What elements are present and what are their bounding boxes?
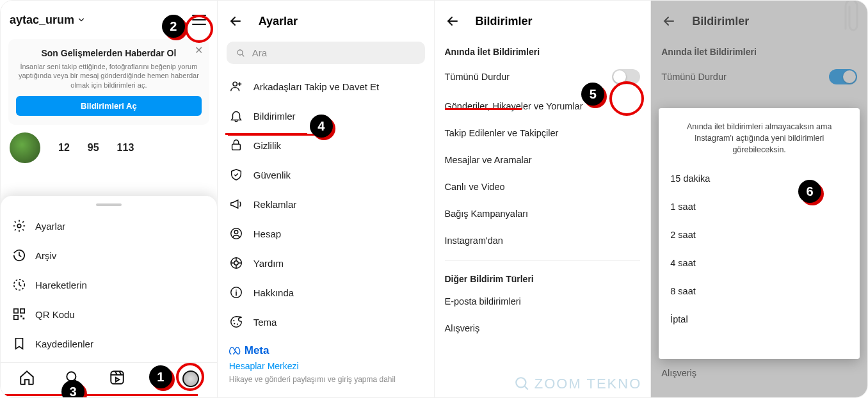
svg-rect-2: [14, 309, 18, 313]
sheet-item-kaydedilenler[interactable]: Kaydedilenler: [1, 329, 217, 358]
settings-item-yardim[interactable]: Yardım: [218, 248, 434, 278]
help-icon: [229, 256, 243, 270]
panel-pause-duration: Bildirimler Anında İlet Bildirimleri Tüm…: [651, 1, 867, 397]
row-tumunu-durdur[interactable]: Tümünü Durdur: [445, 61, 641, 93]
settings-label: Tema: [253, 317, 277, 328]
profile-stats: 12 95 113: [1, 129, 217, 163]
sheet-item-qrkodu[interactable]: QR Kodu: [1, 299, 217, 329]
settings-label: Yardım: [253, 258, 284, 269]
settings-item-takip[interactable]: Arkadaşları Takip ve Davet Et: [218, 72, 434, 101]
lock-icon: [229, 138, 243, 152]
chevron-down-icon: [77, 15, 86, 24]
option-iptal[interactable]: İptal: [659, 305, 860, 333]
card-title: Son Gelişmelerden Haberdar Ol: [16, 48, 202, 58]
section-header-other: Diğer Bildirim Türleri: [445, 267, 641, 288]
back-arrow-icon[interactable]: [445, 13, 460, 29]
settings-label: Arkadaşları Takip ve Davet Et: [253, 81, 379, 92]
search-placeholder: Ara: [252, 47, 267, 58]
activity-icon: [12, 278, 26, 292]
archive-icon: [12, 248, 26, 262]
row-label: Alışveriş: [445, 323, 480, 333]
highlight-circle: [176, 363, 204, 391]
bookmark-icon: [12, 337, 26, 351]
step-badge-5: 5: [581, 83, 604, 106]
svg-point-19: [236, 324, 237, 325]
accounts-center-link[interactable]: Hesaplar Merkezi: [229, 361, 422, 371]
row-canli[interactable]: Canlı ve Video: [445, 173, 641, 200]
row-label: E-posta bildirimleri: [445, 296, 521, 306]
tab-home[interactable]: [19, 369, 35, 388]
megaphone-icon: [229, 197, 243, 211]
row-mesajlar[interactable]: Mesajlar ve Aramalar: [445, 147, 641, 173]
settings-label: Hakkında: [253, 287, 294, 298]
search-input[interactable]: Ara: [227, 42, 425, 64]
settings-item-guvenlik[interactable]: Güvenlik: [218, 160, 434, 189]
row-instagramdan[interactable]: Instagram'dan: [445, 227, 641, 254]
settings-item-tema[interactable]: Tema: [218, 307, 434, 337]
panel-settings: Ayarlar Ara Arkadaşları Takip ve Davet E…: [218, 1, 435, 397]
duration-modal: Anında ilet bildirimleri almayacaksın am…: [659, 108, 860, 359]
option-15dakika[interactable]: 15 dakika: [659, 164, 860, 193]
row-bagis[interactable]: Bağış Kampanyaları: [445, 200, 641, 227]
meta-section: Meta Hesaplar Merkezi Hikaye ve gönderi …: [218, 337, 434, 385]
settings-item-hesap[interactable]: Hesap: [218, 219, 434, 248]
row-label: Mesajlar ve Aramalar: [445, 155, 532, 165]
theme-icon: [229, 315, 243, 329]
card-subtitle: İnsanlar seni takip ettiğinde, fotoğrafl…: [16, 62, 202, 90]
sheet-label: QR Kodu: [35, 309, 75, 320]
paperclip-icon: [839, 1, 858, 35]
username-dropdown[interactable]: aytac_urum: [10, 13, 86, 27]
sheet-label: Hareketlerin: [35, 280, 87, 291]
option-8saat[interactable]: 8 saat: [659, 277, 860, 305]
info-icon: [229, 285, 243, 299]
svg-rect-4: [14, 315, 18, 319]
option-4saat[interactable]: 4 saat: [659, 249, 860, 277]
bottom-sheet: Ayarlar 3 Arşiv Hareketlerin QR Kodu Kay…: [1, 196, 217, 397]
stat-followers[interactable]: 95: [88, 142, 99, 154]
search-icon: [236, 48, 246, 58]
svg-point-10: [233, 82, 237, 86]
stat-following[interactable]: 113: [117, 142, 134, 154]
close-icon[interactable]: ✕: [195, 44, 203, 56]
watermark: ZOOM TEKNO: [514, 376, 642, 392]
reels-icon: [109, 369, 125, 386]
highlight-underline: [445, 108, 522, 110]
home-icon: [19, 369, 35, 386]
row-label: Bağış Kampanyaları: [445, 209, 529, 219]
option-2saat[interactable]: 2 saat: [659, 221, 860, 249]
settings-item-reklamlar[interactable]: Reklamlar: [218, 189, 434, 219]
row-takip[interactable]: Takip Edilenler ve Takipçiler: [445, 120, 641, 147]
option-1saat[interactable]: 1 saat: [659, 193, 860, 221]
svg-point-0: [17, 224, 21, 228]
stat-posts[interactable]: 12: [58, 142, 70, 154]
row-eposta[interactable]: E-posta bildirimleri: [445, 288, 641, 315]
step-badge-6: 6: [798, 180, 821, 203]
modal-message: Anında ilet bildirimleri almayacaksın am…: [659, 118, 860, 164]
row-label: Takip Edilenler ve Takipçiler: [445, 128, 559, 138]
settings-label: Bildirimler: [253, 111, 296, 122]
sheet-label: Arşiv: [35, 250, 56, 261]
meta-icon: [229, 346, 242, 355]
sheet-item-hareketlerin[interactable]: Hareketlerin: [1, 270, 217, 299]
sheet-handle[interactable]: [96, 203, 122, 206]
back-arrow-icon[interactable]: [228, 13, 243, 29]
add-friend-icon: [229, 79, 243, 93]
avatar[interactable]: [10, 132, 40, 163]
row-alisveris[interactable]: Alışveriş: [445, 315, 641, 342]
section-header-push: Anında İlet Bildirimleri: [445, 40, 641, 61]
svg-point-15: [234, 261, 238, 265]
svg-point-17: [233, 320, 234, 321]
sheet-label: Ayarlar: [35, 221, 65, 232]
settings-item-hakkinda[interactable]: Hakkında: [218, 278, 434, 307]
sheet-item-arsiv[interactable]: Arşiv: [1, 241, 217, 270]
user-icon: [229, 227, 243, 241]
open-notifications-button[interactable]: Bildirimleri Aç: [16, 96, 202, 116]
svg-point-18: [234, 323, 235, 324]
sheet-item-ayarlar[interactable]: Ayarlar: [1, 211, 217, 241]
settings-label: Gizlilik: [253, 140, 281, 151]
svg-rect-8: [111, 371, 124, 384]
svg-rect-3: [20, 309, 24, 313]
settings-label: Reklamlar: [253, 199, 297, 210]
tab-reels[interactable]: [109, 369, 125, 388]
page-title: Ayarlar: [259, 15, 298, 28]
